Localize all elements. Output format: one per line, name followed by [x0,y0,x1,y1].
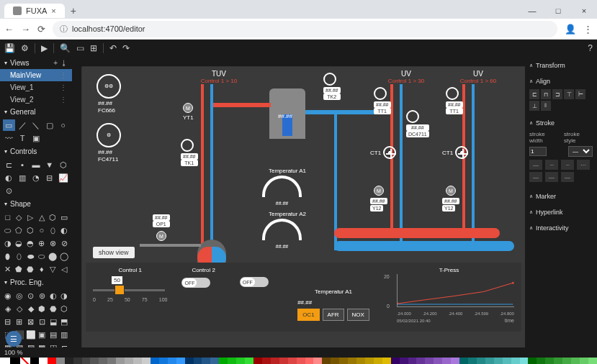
zoom-icon[interactable]: 🔍 [60,43,71,53]
toggle3[interactable]: OFF [240,277,269,287]
shape-tool-16[interactable]: ⊗ [48,237,58,249]
color-swatch[interactable] [279,358,288,364]
ruler-vertical[interactable] [72,67,82,347]
color-swatch[interactable] [485,358,494,364]
color-swatch[interactable] [580,358,588,364]
pipe-tool[interactable]: ◔ [30,172,42,183]
proceng-tool-28[interactable]: ◫ [48,342,58,347]
proceng-tool-22[interactable]: ▤ [48,329,58,340]
pipe[interactable] [201,84,204,250]
line-tool[interactable]: ／ [17,119,29,131]
select-icon[interactable]: ▭ [76,43,84,53]
color-swatch[interactable] [48,358,56,364]
cap-1[interactable]: — [529,172,542,182]
canvas[interactable]: ⚙⚙ ##.## FC666 ⚙ ##.## FC4711 TUV Contro… [82,67,525,347]
color-swatch[interactable] [168,358,176,364]
color-swatch[interactable] [545,358,554,364]
shape-tool-18[interactable]: ⬮ [3,250,13,262]
color-swatch[interactable] [348,358,356,364]
slider-tool[interactable]: ⊟ [43,172,55,183]
pipe[interactable] [213,103,271,107]
pipe-grey[interactable] [140,244,201,247]
align-middle[interactable]: ⊢ [575,89,585,99]
marker-header[interactable]: ∧Marker [528,191,594,202]
color-swatch[interactable] [185,358,194,364]
control1-slider[interactable]: 50 [93,289,165,291]
gauge-a2[interactable]: ##.## [262,219,302,240]
gear-icon[interactable]: ⚙ [21,43,29,53]
shape-tool-3[interactable]: △ [37,211,47,223]
color-swatch[interactable] [408,358,417,364]
minimize-button[interactable]: — [519,6,545,15]
ruler-horizontal[interactable] [82,57,525,67]
tt1-indicator[interactable] [374,87,387,100]
shape-tool-15[interactable]: ⊕ [37,237,47,249]
gauge-a1[interactable]: ##.## [262,176,302,197]
menu-icon[interactable]: ⋮ [583,24,593,35]
chip-afr[interactable]: AFR [323,309,344,321]
gauge-tool[interactable]: ◐ [3,172,15,183]
shape-tool-20[interactable]: ⬬ [25,250,35,262]
main-pipe-red[interactable] [334,228,500,238]
show-view-button[interactable]: show view [93,247,135,258]
proceng-tool-17[interactable]: ⬒ [60,316,70,327]
dash-3[interactable]: ┄ [561,160,574,170]
color-swatch[interactable] [210,358,219,364]
color-swatch[interactable] [0,358,10,364]
save-icon[interactable]: 💾 [4,43,15,53]
grid-icon[interactable]: ⊞ [90,43,97,53]
hyperlink-header[interactable]: ∧Hyperlink [528,206,594,218]
proceng-tool-8[interactable]: ◆ [26,303,36,314]
proceng-tool-12[interactable]: ⊟ [3,316,13,327]
color-swatch[interactable] [39,358,48,364]
color-swatch[interactable] [503,358,511,364]
shape-tool-12[interactable]: ◑ [3,237,13,249]
shape-tool-11[interactable]: ◐ [59,224,69,236]
motor-yt1[interactable]: M [183,103,193,113]
color-swatch[interactable] [322,358,331,364]
help-icon[interactable]: ? [588,43,593,53]
dc4711-indicator[interactable] [406,110,419,123]
indicator-fc666[interactable]: ⚙⚙ [96,74,121,99]
close-button[interactable]: × [571,6,597,15]
chip-oc1[interactable]: OC1 [297,309,319,321]
color-swatch[interactable] [313,358,322,364]
zoom-level[interactable]: 100 % [4,349,23,356]
view-item-MainView[interactable]: MainView⋮ [0,69,72,81]
motor-y12b[interactable]: M [446,186,456,196]
interactivity-header[interactable]: ∧Interactivity [528,222,594,234]
view-item-View_1[interactable]: View_1⋮ [0,81,72,94]
color-swatch[interactable] [374,358,382,364]
value-tool[interactable]: ▪ [17,159,29,170]
align-right[interactable]: ⊐ [552,89,562,99]
shape-tool-24[interactable]: ✕ [3,263,13,275]
color-swatch[interactable] [520,358,529,364]
shape-tool-26[interactable]: ⬣ [25,263,35,275]
color-swatch[interactable] [65,358,73,364]
proceng-tool-21[interactable]: ▣ [37,329,48,340]
align-center-h[interactable]: ⊓ [541,89,551,99]
proceng-tool-15[interactable]: ⊡ [37,316,48,327]
image-tool[interactable]: ▣ [30,132,42,144]
switch-tool[interactable]: ⊙ [3,185,15,196]
indicator-fc4711[interactable]: ⚙ [96,123,121,147]
color-swatch[interactable] [391,358,400,364]
color-swatch[interactable] [288,358,297,364]
forward-button[interactable]: → [21,24,30,35]
shape-tool-10[interactable]: ⬯ [48,224,58,236]
color-swatch[interactable] [219,358,228,364]
pointer-tool[interactable]: ▭ [3,119,15,131]
color-swatch[interactable] [331,358,339,364]
address-bar[interactable]: ⓘ localhost:4700/editor [53,21,557,37]
color-swatch[interactable] [228,358,236,364]
bargraph-tool[interactable]: ▥ [17,172,29,183]
dash-4[interactable]: ⋯ [577,160,590,170]
color-swatch[interactable] [477,358,485,364]
color-swatch[interactable] [494,358,503,364]
color-swatch[interactable] [562,358,571,364]
color-swatch[interactable] [339,358,348,364]
color-swatch[interactable] [528,358,537,364]
close-icon[interactable]: × [51,6,55,15]
color-swatch[interactable] [425,358,434,364]
fan-icon[interactable] [455,146,468,159]
